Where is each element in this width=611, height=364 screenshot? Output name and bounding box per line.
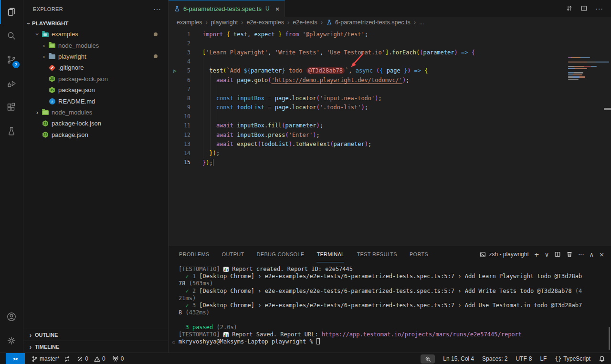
code-line-15[interactable]: 15}); (169, 158, 611, 167)
git-branch-item[interactable]: master* (32, 355, 70, 362)
minimap-line (568, 76, 585, 77)
flask-icon (174, 5, 180, 12)
panel-tab-ports[interactable]: PORTS (410, 246, 428, 262)
debug-icon (6, 78, 17, 89)
language-mode[interactable]: {} TypeScript (555, 355, 590, 362)
tree-item-examples[interactable]: ›examples (23, 29, 168, 40)
run-test-icon[interactable]: ▷ (169, 68, 181, 74)
tree-item-playwright[interactable]: ›playwright (23, 51, 168, 62)
code-line-13[interactable]: 13 await expect(todoList).toHaveText(par… (169, 139, 611, 148)
code-line-8[interactable]: 8 const inputBox = page.locator('input.n… (169, 94, 611, 103)
tree-item-node_modules[interactable]: ›node_modules (23, 40, 168, 51)
workspace-root-label: PLAYWRIGHT (32, 21, 68, 26)
tree-item-package-lock.json[interactable]: ›JSpackage-lock.json (23, 73, 168, 84)
more-actions-icon[interactable]: ··· (595, 5, 603, 12)
account-button[interactable] (0, 305, 23, 329)
code-line-14[interactable]: 14 }); (169, 148, 611, 157)
code-line-10[interactable]: 10 (169, 112, 611, 121)
explorer-more-actions-icon[interactable]: ··· (153, 5, 161, 13)
tree-item-.gitignore[interactable]: ›.gitignore (23, 62, 168, 73)
terminal-line: mkryvoshyya@Maksyms-Laptop playwright % (179, 338, 611, 345)
code-text: const inputBox = page.locator('input.new… (202, 95, 382, 102)
more-actions-icon[interactable]: ··· (578, 251, 584, 258)
outline-section[interactable]: › OUTLINE (23, 329, 168, 341)
tree-item-README.md[interactable]: ›iREADME.md (23, 95, 168, 106)
remote-indicator[interactable]: >< (6, 353, 25, 364)
code-line-4[interactable]: 4 (169, 57, 611, 66)
tab-spec-file[interactable]: 6-parametrized-tests.spec.ts U × (169, 0, 285, 17)
cursor-position[interactable]: Ln 15, Col 4 (443, 355, 474, 362)
terminal-scrollbar[interactable] (609, 327, 610, 350)
drag-handle[interactable] (604, 108, 611, 110)
sync-icon (64, 356, 70, 362)
split-editor-icon[interactable] (580, 5, 588, 12)
notifications-bell[interactable] (599, 355, 605, 362)
breadcrumb-item-...[interactable]: ... (419, 19, 424, 26)
compare-changes-icon[interactable] (566, 5, 573, 12)
panel-tab-bar: PROBLEMSOUTPUTDEBUG CONSOLETERMINALTEST … (169, 246, 611, 262)
panel-tab-test-results[interactable]: TEST RESULTS (357, 246, 397, 262)
breadcrumb-item-6-parametrized-tests.spec.ts[interactable]: 6-parametrized-tests.spec.ts (326, 19, 411, 26)
eol[interactable]: LF (540, 355, 547, 362)
breadcrumb-item-examples[interactable]: examples (177, 19, 202, 26)
code-line-3[interactable]: 3['Learn Playwright', 'Write Tests', 'Us… (169, 48, 611, 57)
close-icon[interactable]: × (275, 5, 280, 12)
tree-item-package.json[interactable]: ›JSpackage.json (23, 84, 168, 95)
run-debug-activity-button[interactable] (0, 72, 23, 95)
workspace-root-row[interactable]: › PLAYWRIGHT (23, 18, 168, 29)
indentation[interactable]: Spaces: 2 (482, 355, 507, 362)
trash-icon[interactable] (566, 251, 573, 258)
chevron-down-icon[interactable]: ∨ (545, 251, 549, 258)
breadcrumb-separator-icon: › (414, 19, 416, 26)
problems-item[interactable]: 0 0 (77, 355, 105, 362)
breadcrumb-separator-icon: › (206, 19, 208, 26)
panel-tab-terminal[interactable]: TERMINAL (316, 246, 344, 262)
settings-button[interactable] (0, 329, 23, 353)
tree-item-label: examples (52, 31, 78, 38)
minimap[interactable] (568, 57, 602, 81)
close-panel-icon[interactable]: × (599, 251, 604, 258)
breadcrumb-label: playwright (211, 19, 238, 26)
tree-item-label: playwright (58, 53, 86, 60)
code-text: await inputBox.fill(parameter); (202, 122, 323, 129)
code-line-12[interactable]: 12 await inputBox.press('Enter'); (169, 130, 611, 139)
code-editor[interactable]: 1import { test, expect } from '@playwrig… (169, 28, 611, 246)
testing-activity-button[interactable] (0, 119, 23, 143)
new-terminal-icon[interactable]: + (534, 251, 539, 258)
breadcrumb-item-playwright[interactable]: playwright (211, 19, 238, 26)
terminal-instance-selector[interactable]: zsh - playwright (480, 251, 528, 258)
line-number: 13 (181, 141, 190, 147)
breadcrumb-separator-icon: › (321, 19, 323, 26)
code-line-11[interactable]: 11 await inputBox.fill(parameter); (169, 121, 611, 130)
panel-tab-output[interactable]: OUTPUT (222, 246, 244, 262)
timeline-section[interactable]: › TIMELINE (23, 341, 168, 353)
panel-tab-problems[interactable]: PROBLEMS (179, 246, 210, 262)
explorer-activity-button[interactable] (0, 0, 23, 24)
tree-item-node_modules[interactable]: ›node_modules (23, 107, 168, 118)
search-activity-button[interactable] (0, 24, 23, 48)
chevron-up-icon[interactable]: ∧ (590, 251, 594, 258)
source-control-activity-button[interactable]: 7 (0, 48, 23, 72)
panel-tab-debug-console[interactable]: DEBUG CONSOLE (257, 246, 305, 262)
code-line-1[interactable]: 1import { test, expect } from '@playwrig… (169, 30, 611, 39)
code-line-2[interactable]: 2 (169, 39, 611, 48)
npm-icon: JS (42, 120, 49, 127)
tree-item-package-lock.json[interactable]: ›JSpackage-lock.json (23, 118, 168, 129)
split-terminal-icon[interactable] (554, 251, 561, 258)
code-line-7[interactable]: 7 (169, 84, 611, 94)
code-line-6[interactable]: 6 await page.goto('https://demo.playwrig… (169, 75, 611, 84)
tree-item-package.json[interactable]: ›JSpackage.json (23, 129, 168, 140)
encoding[interactable]: UTF-8 (516, 355, 532, 362)
terminal[interactable]: [TESTOMATIO] Report created. Report ID: … (169, 262, 611, 353)
breadcrumb-item-e2e-examples[interactable]: e2e-examples (246, 19, 284, 26)
code-line-5[interactable]: ▷5 test(`Add ${parameter} todo @T3d28ab7… (169, 66, 611, 75)
breadcrumb-item-e2e-tests[interactable]: e2e-tests (293, 19, 317, 26)
folder-playwright-icon (48, 52, 56, 60)
breadcrumb-separator-icon: › (241, 19, 243, 26)
code-line-9[interactable]: 9 const todoList = page.locator('.todo-l… (169, 103, 611, 112)
extensions-activity-button[interactable] (0, 95, 23, 119)
ports-item[interactable]: 0 (112, 355, 124, 362)
language-label: TypeScript (563, 355, 590, 362)
zoom-indicator[interactable] (421, 354, 435, 364)
breadcrumb-label: examples (177, 19, 202, 26)
